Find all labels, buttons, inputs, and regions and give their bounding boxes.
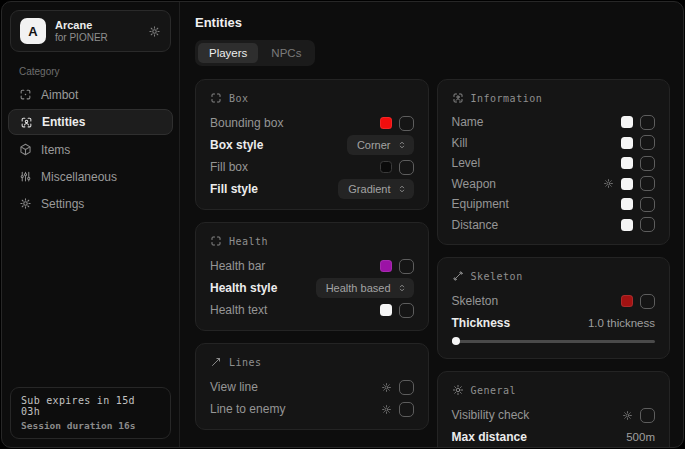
thickness-slider[interactable] bbox=[452, 336, 656, 346]
lines-card: Lines View line Line to enemy bbox=[195, 343, 429, 430]
sub-expires-text: Sub expires in 15d 03h bbox=[21, 395, 160, 417]
brand-card: A Arcane for PIONER bbox=[10, 10, 171, 52]
fill-style-dropdown[interactable]: Gradient bbox=[338, 179, 413, 199]
gear-icon[interactable] bbox=[622, 410, 633, 421]
checkbox[interactable] bbox=[640, 176, 655, 191]
general-card: General Visibility check Max distance bbox=[437, 371, 671, 448]
checkbox[interactable] bbox=[399, 402, 414, 417]
row-box-style: Box style Corner bbox=[210, 134, 414, 156]
subscription-info: Sub expires in 15d 03h Session duration … bbox=[10, 387, 171, 439]
row-view-line: View line bbox=[210, 376, 414, 398]
information-card: Information Name Kill bbox=[437, 79, 671, 245]
checkbox[interactable] bbox=[399, 116, 414, 131]
color-swatch[interactable] bbox=[621, 178, 633, 190]
skeleton-card: Skeleton Skeleton Thickness 1.0 thicknes… bbox=[437, 257, 671, 359]
chevron-up-down-icon bbox=[397, 184, 407, 194]
page-title: Entities bbox=[195, 15, 670, 30]
checkbox[interactable] bbox=[399, 380, 414, 395]
entity-scan-icon bbox=[20, 116, 33, 129]
chevron-up-down-icon bbox=[397, 283, 407, 293]
card-title: Health bbox=[229, 236, 268, 247]
sidebar-item-aimbot[interactable]: Aimbot bbox=[2, 81, 179, 108]
row-bounding-box: Bounding box bbox=[210, 112, 414, 134]
card-title: Skeleton bbox=[471, 271, 523, 282]
max-distance-value: 500m bbox=[626, 431, 655, 443]
tab-players[interactable]: Players bbox=[198, 43, 258, 63]
sidebar-item-entities[interactable]: Entities bbox=[8, 109, 173, 135]
box-style-dropdown[interactable]: Corner bbox=[347, 135, 414, 155]
health-card: Health Health bar Health style H bbox=[195, 222, 429, 331]
checkbox[interactable] bbox=[640, 115, 655, 130]
card-title: Box bbox=[229, 93, 249, 104]
color-swatch[interactable] bbox=[621, 219, 633, 231]
color-swatch[interactable] bbox=[621, 295, 633, 307]
sidebar: A Arcane for PIONER Category bbox=[2, 2, 180, 447]
bone-icon bbox=[452, 270, 464, 282]
card-title: Lines bbox=[229, 357, 262, 368]
row-health-style: Health style Health based bbox=[210, 277, 414, 299]
row-health-text: Health text bbox=[210, 299, 414, 321]
row-visibility-check: Visibility check bbox=[452, 404, 656, 426]
chevron-up-down-icon bbox=[397, 140, 407, 150]
thickness-value: 1.0 thickness bbox=[588, 317, 655, 329]
gear-icon[interactable] bbox=[148, 25, 161, 38]
checkbox[interactable] bbox=[640, 408, 655, 423]
crosshair-icon bbox=[19, 88, 32, 101]
diagonal-line-icon bbox=[210, 356, 222, 368]
color-swatch[interactable] bbox=[621, 157, 633, 169]
color-swatch[interactable] bbox=[380, 304, 392, 316]
corner-brackets-icon bbox=[210, 92, 222, 104]
session-duration-text: Session duration 16s bbox=[21, 420, 160, 431]
sidebar-item-items[interactable]: Items bbox=[2, 136, 179, 163]
color-swatch[interactable] bbox=[621, 198, 633, 210]
slider-thumb[interactable] bbox=[452, 337, 460, 345]
row-max-distance: Max distance 500m bbox=[452, 426, 656, 448]
app-logo: A bbox=[20, 18, 46, 44]
main-panel: Entities Players NPCs Box bbox=[180, 2, 683, 447]
checkbox[interactable] bbox=[399, 303, 414, 318]
color-swatch[interactable] bbox=[621, 116, 633, 128]
row-line-to-enemy: Line to enemy bbox=[210, 398, 414, 420]
color-swatch[interactable] bbox=[380, 117, 392, 129]
entity-tabs: Players NPCs bbox=[195, 40, 315, 66]
sidebar-menu: Aimbot Entities bbox=[2, 81, 179, 217]
row-fill-box: Fill box bbox=[210, 156, 414, 178]
row-skeleton: Skeleton bbox=[452, 290, 656, 312]
sidebar-item-label: Entities bbox=[42, 115, 85, 129]
sidebar-item-label: Miscellaneous bbox=[41, 170, 117, 184]
checkbox[interactable] bbox=[640, 135, 655, 150]
app-name: Arcane bbox=[55, 19, 108, 31]
app-window: A Arcane for PIONER Category bbox=[1, 1, 684, 448]
health-style-dropdown[interactable]: Health based bbox=[316, 278, 414, 298]
row-level: Level bbox=[452, 153, 656, 174]
row-equipment: Equipment bbox=[452, 194, 656, 215]
color-swatch[interactable] bbox=[380, 161, 392, 173]
tab-npcs[interactable]: NPCs bbox=[260, 43, 312, 63]
gear-icon[interactable] bbox=[381, 404, 392, 415]
corner-brackets-icon bbox=[210, 235, 222, 247]
color-swatch[interactable] bbox=[380, 260, 392, 272]
checkbox[interactable] bbox=[399, 160, 414, 175]
row-distance: Distance bbox=[452, 215, 656, 236]
gear-icon[interactable] bbox=[381, 382, 392, 393]
row-fill-style: Fill style Gradient bbox=[210, 178, 414, 200]
color-swatch[interactable] bbox=[621, 137, 633, 149]
checkbox[interactable] bbox=[640, 156, 655, 171]
gear-icon bbox=[19, 197, 32, 210]
checkbox[interactable] bbox=[640, 294, 655, 309]
sliders-icon bbox=[19, 170, 32, 183]
gear-icon[interactable] bbox=[603, 178, 614, 189]
checkbox[interactable] bbox=[640, 197, 655, 212]
row-name: Name bbox=[452, 112, 656, 133]
row-kill: Kill bbox=[452, 133, 656, 154]
row-thickness: Thickness 1.0 thickness bbox=[452, 312, 656, 334]
row-health-bar: Health bar bbox=[210, 255, 414, 277]
checkbox[interactable] bbox=[640, 217, 655, 232]
card-title: General bbox=[471, 385, 517, 396]
sidebar-item-miscellaneous[interactable]: Miscellaneous bbox=[2, 163, 179, 190]
checkbox[interactable] bbox=[399, 259, 414, 274]
sidebar-item-label: Aimbot bbox=[41, 88, 78, 102]
sidebar-item-label: Settings bbox=[41, 197, 84, 211]
sidebar-item-settings[interactable]: Settings bbox=[2, 190, 179, 217]
cube-icon bbox=[19, 143, 32, 156]
